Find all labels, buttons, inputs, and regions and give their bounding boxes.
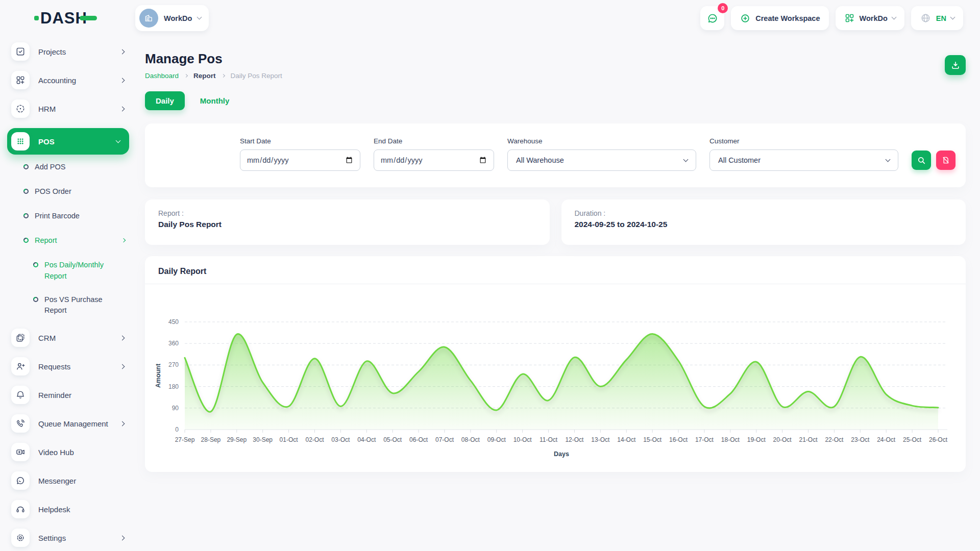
sidebar-item-report[interactable]: Report — [23, 235, 129, 245]
svg-text:14-Oct: 14-Oct — [617, 436, 636, 443]
logo-dot-icon — [34, 16, 39, 20]
svg-text:Amount: Amount — [155, 363, 162, 388]
report-value: Daily Pos Report — [158, 220, 536, 229]
apply-filter-button[interactable] — [912, 151, 931, 170]
start-date-label: Start Date — [240, 137, 360, 145]
sidebar-item-pos-daily-monthly-report[interactable]: Pos Daily/Monthly Report — [33, 260, 129, 282]
svg-text:27-Sep: 27-Sep — [175, 436, 195, 443]
svg-text:25-Oct: 25-Oct — [903, 436, 922, 443]
sidebar-item-projects[interactable]: Projects — [7, 42, 129, 61]
start-date-input[interactable] — [240, 149, 360, 171]
check-square-icon — [11, 42, 30, 61]
sidebar: Projects Accounting HRM POS Add POS POS … — [0, 36, 135, 551]
sidebar-item-video-hub[interactable]: Video Hub — [7, 443, 129, 461]
warehouse-select-value: All Warehouse — [516, 156, 564, 164]
filter-panel: Start Date End Date Warehouse All Wareho… — [145, 123, 966, 187]
chevron-right-icon — [120, 78, 125, 83]
bullet-ring-icon — [33, 296, 39, 303]
user-plus-icon — [11, 357, 30, 375]
tab-daily[interactable]: Daily — [145, 91, 185, 110]
sidebar-item-helpdesk[interactable]: Helpdesk — [7, 500, 129, 518]
sidebar-item-hrm[interactable]: HRM — [7, 99, 129, 118]
chevron-right-icon — [184, 74, 188, 78]
bullet-ring-icon — [23, 164, 29, 170]
svg-text:180: 180 — [168, 383, 179, 390]
svg-text:09-Oct: 09-Oct — [487, 436, 506, 443]
end-date-input[interactable] — [374, 149, 494, 171]
svg-text:03-Oct: 03-Oct — [331, 436, 350, 443]
sidebar-item-pos[interactable]: POS — [7, 128, 129, 155]
download-icon — [950, 60, 961, 70]
messages-badge: 0 — [718, 3, 728, 13]
report-summary-card: Report : Daily Pos Report — [145, 199, 550, 245]
chevron-down-icon — [116, 138, 121, 143]
dots-grid-icon — [11, 132, 30, 151]
warehouse-select[interactable]: All Warehouse — [507, 149, 696, 171]
bullet-ring-icon — [33, 262, 39, 268]
warehouse-label: Warehouse — [507, 137, 696, 145]
breadcrumb-report-link[interactable]: Report — [193, 72, 216, 80]
reset-filter-button[interactable] — [936, 151, 955, 170]
svg-text:270: 270 — [168, 361, 179, 368]
chevron-right-icon — [120, 106, 125, 111]
workspace-name: WorkDo — [164, 14, 192, 22]
sidebar-item-pos-vs-purchase-report[interactable]: Pos VS Purchase Report — [33, 294, 129, 317]
svg-text:24-Oct: 24-Oct — [877, 436, 896, 443]
sidebar-item-print-barcode[interactable]: Print Barcode — [23, 211, 129, 221]
main-content: Manage Pos Dashboard Report Daily Pos Re… — [135, 36, 980, 551]
svg-text:0: 0 — [175, 426, 179, 433]
duration-summary-card: Duration : 2024-09-25 to 2024-10-25 — [561, 199, 966, 245]
chart-title: Daily Report — [145, 256, 966, 284]
svg-text:16-Oct: 16-Oct — [669, 436, 688, 443]
breadcrumb-current: Daily Pos Report — [231, 72, 282, 80]
sidebar-item-queue-management[interactable]: Queue Management — [7, 414, 129, 433]
svg-text:90: 90 — [172, 405, 179, 412]
language-selector[interactable]: EN — [911, 6, 963, 30]
svg-text:28-Sep: 28-Sep — [201, 436, 221, 443]
sidebar-item-crm[interactable]: CRM — [7, 329, 129, 347]
headphones-icon — [11, 500, 30, 518]
sidebar-item-accounting[interactable]: Accounting — [7, 71, 129, 89]
report-label: Report : — [158, 209, 536, 217]
chevron-right-icon — [120, 421, 125, 426]
video-camera-icon — [11, 443, 30, 461]
sidebar-item-settings[interactable]: Settings — [7, 529, 129, 547]
create-workspace-label: Create Workspace — [755, 14, 820, 22]
svg-text:15-Oct: 15-Oct — [643, 436, 662, 443]
customer-select[interactable]: All Customer — [709, 149, 898, 171]
svg-text:18-Oct: 18-Oct — [721, 436, 740, 443]
report-mode-tabs: Daily Monthly — [145, 91, 966, 110]
svg-text:11-Oct: 11-Oct — [540, 436, 558, 443]
svg-text:04-Oct: 04-Oct — [357, 436, 376, 443]
page-title: Manage Pos — [145, 51, 282, 67]
customer-select-value: All Customer — [718, 156, 761, 164]
grid-plus-icon — [844, 13, 855, 23]
sidebar-item-add-pos[interactable]: Add POS — [23, 162, 129, 172]
gear-icon — [11, 529, 30, 547]
breadcrumb-dashboard-link[interactable]: Dashboard — [145, 72, 179, 80]
sidebar-item-messenger[interactable]: Messenger — [7, 471, 129, 490]
sidebar-item-requests[interactable]: Requests — [7, 357, 129, 375]
chevron-down-icon — [891, 15, 896, 20]
tab-monthly[interactable]: Monthly — [200, 96, 230, 105]
search-icon — [917, 156, 926, 165]
download-report-button[interactable] — [945, 55, 966, 75]
workspace-selector[interactable]: WorkDo — [135, 5, 209, 31]
svg-text:22-Oct: 22-Oct — [825, 436, 844, 443]
svg-text:07-Oct: 07-Oct — [435, 436, 454, 443]
workspace-menu-button[interactable]: WorkDo — [836, 6, 904, 30]
sidebar-item-reminder[interactable]: Reminder — [7, 386, 129, 404]
svg-text:13-Oct: 13-Oct — [591, 436, 610, 443]
svg-text:17-Oct: 17-Oct — [695, 436, 714, 443]
svg-text:Days: Days — [554, 450, 569, 458]
messages-button[interactable]: 0 — [700, 6, 724, 30]
app-logo[interactable]: DASH — [34, 9, 135, 28]
svg-text:450: 450 — [168, 318, 179, 325]
svg-text:02-Oct: 02-Oct — [305, 436, 324, 443]
create-workspace-button[interactable]: Create Workspace — [731, 6, 828, 30]
chevron-down-icon — [950, 15, 955, 20]
chat-icon — [706, 12, 719, 24]
sidebar-item-pos-order[interactable]: POS Order — [23, 186, 129, 196]
svg-text:360: 360 — [168, 340, 179, 347]
end-date-label: End Date — [374, 137, 494, 145]
